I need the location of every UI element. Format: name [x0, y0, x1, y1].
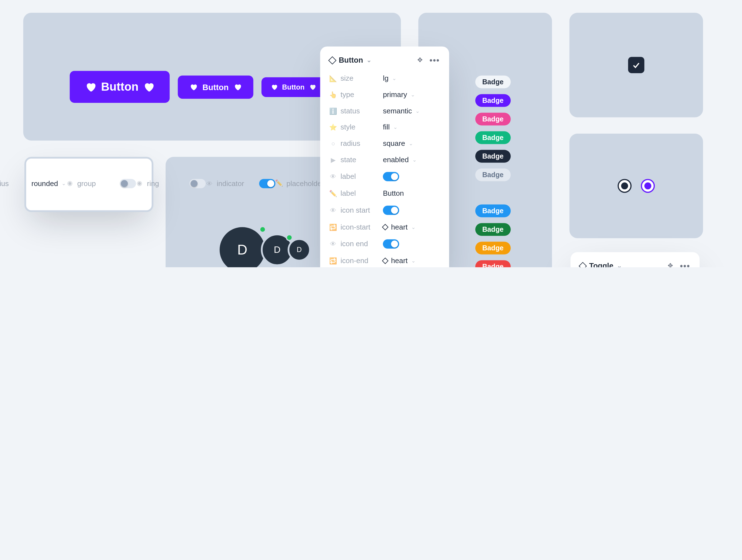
badge-red[interactable]: Badge [475, 260, 511, 267]
button-lg[interactable]: Button [69, 71, 170, 103]
swap-icon: 🔁 [329, 257, 337, 265]
prop-label[interactable]: ✏️labelButton [329, 185, 440, 202]
heart-icon [85, 81, 97, 93]
button-label: Button [101, 80, 139, 94]
avatar-inspector-panel: Avatar ⌄ ✥ ••• 📐sizelg⌄ ✏️contentplaceho… [24, 157, 153, 212]
avatar-sm[interactable]: D [287, 238, 311, 262]
ruler-icon: 📐 [329, 74, 337, 82]
heart-icon [270, 83, 277, 91]
heart-icon [143, 81, 155, 93]
prop-label-toggle[interactable]: 👁label [329, 168, 440, 185]
panel-title: Button [339, 56, 363, 64]
prop-radius[interactable]: ○radiussquare⌄ [329, 135, 440, 152]
badge-dark[interactable]: Badge [475, 150, 511, 163]
play-icon: ▶ [329, 156, 337, 164]
panel-title: Toggle [589, 262, 613, 267]
radio-purple[interactable] [641, 179, 655, 193]
prop-radius[interactable]: ○radiusrounded⌄ [0, 175, 66, 191]
button-sm[interactable]: Button [261, 77, 325, 97]
avatar-letter: D [274, 244, 280, 255]
radio-showcase-card [570, 133, 703, 238]
badge-pink[interactable]: Badge [475, 113, 511, 126]
badge-purple[interactable]: Badge [475, 94, 511, 107]
indicator-toggle[interactable] [259, 178, 275, 188]
prop-icon-start[interactable]: 🔁icon-startheart⌄ [329, 219, 440, 235]
eye-icon: 👁 [329, 173, 337, 180]
component-icon [328, 56, 337, 64]
target-icon: ◉ [66, 179, 74, 187]
info-icon: ℹ️ [329, 107, 337, 115]
star-icon: ⭐ [329, 123, 337, 131]
eye-icon: 👁 [329, 241, 337, 247]
button-label: Button [282, 83, 305, 91]
prop-group[interactable]: ◉group [66, 175, 136, 192]
circle-icon: ○ [329, 140, 337, 147]
prop-size[interactable]: 📐sizelg⌄ [329, 70, 440, 87]
badge-white[interactable]: Badge [475, 75, 511, 88]
prop-indicator[interactable]: 👁indicator [206, 175, 275, 192]
checkbox-checked[interactable] [628, 57, 644, 73]
check-icon [632, 60, 641, 70]
button-inspector-panel: Button ⌄ ✥ ••• 📐sizelg⌄ 👆typeprimary⌄ ℹ️… [320, 47, 449, 267]
chevron-down-icon[interactable]: ⌄ [367, 57, 371, 63]
move-icon[interactable]: ✥ [668, 262, 673, 267]
badge-teal[interactable]: Badge [475, 131, 511, 144]
indicator-dot [286, 234, 293, 241]
badge-light[interactable]: Badge [475, 169, 511, 181]
prop-state[interactable]: ▶stateenabled⌄ [329, 152, 440, 168]
badge-blue[interactable]: Badge [475, 205, 511, 217]
eye-icon: 👁 [329, 207, 337, 214]
heart-icon [190, 83, 198, 91]
icon-end-toggle[interactable] [383, 239, 399, 249]
eye-icon: 👁 [206, 180, 213, 187]
prop-icon-end[interactable]: 🔁icon-endheart⌄ [329, 253, 440, 267]
avatar-letter: D [237, 242, 247, 258]
heart-icon [309, 83, 316, 91]
button-md[interactable]: Button [178, 75, 253, 98]
target-icon: ◉ [136, 179, 143, 187]
badge-green[interactable]: Badge [475, 223, 511, 236]
prop-type[interactable]: 👆typeprimary⌄ [329, 87, 440, 103]
chevron-down-icon[interactable]: ⌄ [617, 263, 622, 267]
indicator-dot [259, 226, 266, 233]
more-icon[interactable]: ••• [429, 56, 440, 64]
avatar-letter: D [297, 245, 302, 254]
pencil-icon: ✏️ [275, 179, 283, 187]
icon-start-toggle[interactable] [383, 206, 399, 215]
checkbox-showcase-card [570, 13, 703, 117]
badge-yellow[interactable]: Badge [475, 242, 511, 255]
prop-icon-end-toggle[interactable]: 👁icon end [329, 235, 440, 253]
move-icon[interactable]: ✥ [417, 56, 423, 64]
swap-icon: 🔁 [329, 223, 337, 231]
ring-toggle[interactable] [190, 178, 206, 188]
button-label: Button [202, 82, 228, 92]
prop-ring[interactable]: ◉ring [136, 175, 206, 192]
prop-icon-start-toggle[interactable]: 👁icon start [329, 202, 440, 219]
toggle-inspector-panel: Toggle ⌄ ✥ ••• 📐sizelg⌄ 👆typeprimary⌄ ℹ️… [571, 252, 700, 267]
pencil-icon: ✏️ [329, 189, 337, 197]
heart-icon [233, 83, 241, 91]
pointer-icon: 👆 [329, 91, 337, 98]
group-toggle[interactable] [119, 178, 136, 188]
label-toggle[interactable] [383, 172, 399, 181]
avatar-lg[interactable]: D [218, 225, 267, 267]
prop-style[interactable]: ⭐stylefill⌄ [329, 119, 440, 135]
prop-status[interactable]: ℹ️statussemantic⌄ [329, 103, 440, 119]
more-icon[interactable]: ••• [680, 262, 690, 267]
radio-dark[interactable] [618, 179, 631, 193]
component-icon [579, 262, 587, 267]
